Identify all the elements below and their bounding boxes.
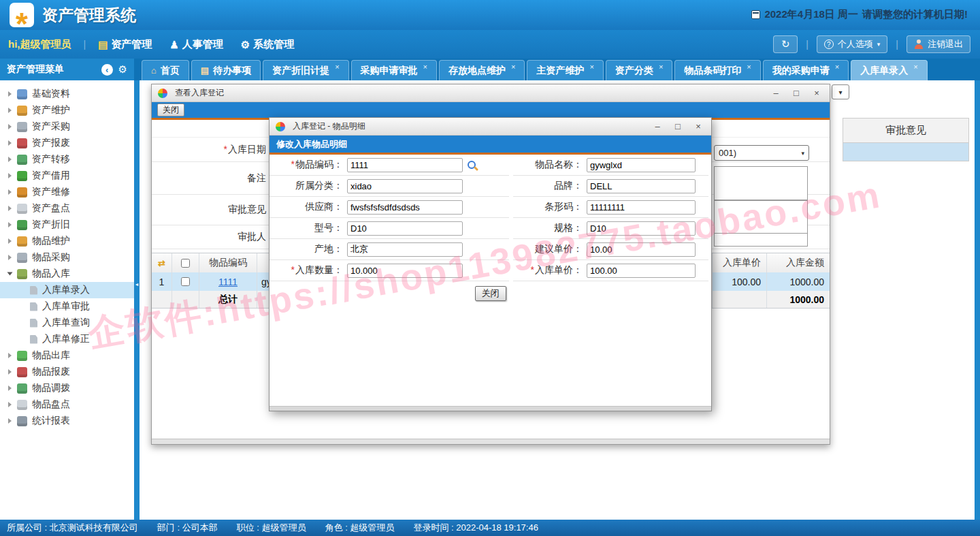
approval-textarea[interactable] bbox=[714, 200, 808, 234]
tab[interactable]: 入库单录入 × bbox=[851, 60, 927, 80]
sidebar-subitem[interactable]: 入库单修正 bbox=[0, 331, 134, 347]
search-icon[interactable] bbox=[468, 161, 476, 169]
field-input[interactable] bbox=[347, 179, 463, 193]
tab[interactable]: 采购申请审批 × bbox=[351, 60, 437, 80]
maximize-icon[interactable]: □ bbox=[791, 88, 801, 98]
approval-selected-row[interactable] bbox=[843, 143, 969, 161]
sort-refresh-icon[interactable]: ⇄ bbox=[158, 258, 165, 268]
field-input[interactable] bbox=[587, 242, 696, 257]
inbound-date-select[interactable]: 001) ▾ bbox=[714, 145, 809, 161]
tab-close-icon[interactable]: × bbox=[835, 63, 839, 71]
sidebar-item[interactable]: 资产维修 bbox=[0, 184, 134, 200]
expand-arrow-icon bbox=[8, 353, 12, 358]
field-input[interactable] bbox=[587, 200, 696, 215]
tab[interactable]: 资产分类 × bbox=[606, 60, 672, 80]
page-corner-select[interactable]: ▾ bbox=[832, 84, 849, 99]
field-input[interactable] bbox=[347, 221, 463, 236]
question-icon: ? bbox=[824, 40, 834, 49]
close-button[interactable]: 关闭 bbox=[157, 104, 184, 116]
field-input[interactable] bbox=[587, 158, 696, 172]
sidebar-item[interactable]: 资产盘点 bbox=[0, 200, 134, 217]
tab[interactable]: ▤ 待办事项 bbox=[191, 60, 261, 80]
tab[interactable]: 资产折旧计提 × bbox=[263, 60, 348, 80]
sidebar-item[interactable]: 资产报废 bbox=[0, 135, 134, 151]
sidebar-item[interactable]: 统计报表 bbox=[0, 413, 134, 429]
personal-options-button[interactable]: ? 个人选项 ▾ bbox=[817, 35, 888, 53]
chevron-down-icon: ▾ bbox=[877, 41, 881, 48]
window-controls: – □ × bbox=[771, 88, 821, 98]
close-icon[interactable]: × bbox=[693, 121, 703, 131]
sidebar-subitem[interactable]: 入库单录入 bbox=[0, 282, 134, 298]
logout-button[interactable]: 注销退出 bbox=[906, 35, 970, 53]
approver-input[interactable] bbox=[714, 233, 808, 247]
field-input[interactable] bbox=[587, 264, 696, 278]
sidebar-item[interactable]: 物品报废 bbox=[0, 364, 134, 380]
sidebar-item[interactable]: 物品调拨 bbox=[0, 380, 134, 396]
modal-titlebar[interactable]: 查看入库登记 – □ × bbox=[152, 84, 830, 102]
maximize-icon[interactable]: □ bbox=[673, 121, 683, 131]
sidebar-item[interactable]: 物品盘点 bbox=[0, 396, 134, 413]
sidebar-gear-icon[interactable]: ⚙ bbox=[118, 63, 127, 76]
sidebar-item-label: 物品维护 bbox=[32, 235, 70, 247]
remark-textarea[interactable] bbox=[714, 166, 808, 200]
expand-arrow-icon bbox=[8, 140, 12, 146]
field-label: 建议单价： bbox=[513, 243, 583, 255]
modal-titlebar[interactable]: 入库登记 - 物品明细 – □ × bbox=[270, 118, 711, 136]
select-all-checkbox[interactable] bbox=[181, 259, 190, 268]
sidebar-item[interactable]: 资产采购 bbox=[0, 119, 134, 135]
sidebar-item[interactable]: 物品维护 bbox=[0, 233, 134, 249]
nav-menu-item[interactable]: ♟ 人事管理 bbox=[169, 38, 223, 51]
close-button[interactable]: 关闭 bbox=[475, 286, 506, 301]
splitter-collapse-icon[interactable]: ◄ bbox=[134, 282, 140, 287]
chevron-down-icon: ▾ bbox=[801, 150, 804, 157]
sidebar-item[interactable]: 资产转移 bbox=[0, 151, 134, 168]
sidebar-item[interactable]: 资产维护 bbox=[0, 102, 134, 119]
field-input[interactable] bbox=[347, 264, 463, 278]
tab-close-icon[interactable]: × bbox=[423, 63, 427, 71]
nav-divider: | bbox=[896, 39, 898, 50]
tab-close-icon[interactable]: × bbox=[589, 63, 593, 71]
minimize-icon[interactable]: – bbox=[653, 121, 662, 131]
tab-close-icon[interactable]: × bbox=[747, 63, 751, 71]
detail-form-row: 所属分类： 品牌： bbox=[270, 176, 711, 197]
tab[interactable]: ⌂ 首页 bbox=[142, 60, 189, 80]
field-input[interactable] bbox=[347, 158, 463, 172]
sidebar-item[interactable]: 基础资料 bbox=[0, 86, 134, 102]
nav-menu-item[interactable]: ⚙ 系统管理 bbox=[241, 38, 294, 51]
field-input[interactable] bbox=[587, 221, 696, 236]
field-input[interactable] bbox=[347, 242, 463, 257]
refresh-button[interactable]: ↻ bbox=[773, 35, 798, 53]
row-checkbox[interactable] bbox=[181, 277, 190, 286]
modal-bottom-strip bbox=[270, 406, 711, 411]
sidebar-item[interactable]: 物品采购 bbox=[0, 249, 134, 266]
sidebar-subitem-label: 入库单修正 bbox=[42, 333, 90, 345]
field-input[interactable] bbox=[587, 179, 696, 193]
nav-menu-item[interactable]: ▤ 资产管理 bbox=[98, 38, 152, 51]
tab-close-icon[interactable]: × bbox=[335, 63, 339, 71]
sidebar-item[interactable]: 物品出库 bbox=[0, 347, 134, 364]
sidebar-subitem[interactable]: 入库单审批 bbox=[0, 298, 134, 315]
item-code-link[interactable]: 1111 bbox=[218, 277, 238, 287]
minimize-icon[interactable]: – bbox=[771, 88, 781, 98]
sidebar-subitem-label: 入库单查询 bbox=[42, 317, 90, 329]
field-label: *入库单价： bbox=[513, 264, 583, 277]
sidebar-item[interactable]: 资产借用 bbox=[0, 168, 134, 184]
field-input[interactable] bbox=[347, 200, 463, 215]
tab[interactable]: 存放地点维护 × bbox=[439, 60, 525, 80]
tab[interactable]: 物品条码打印 × bbox=[674, 60, 760, 80]
tab[interactable]: 我的采购申请 × bbox=[763, 60, 849, 80]
tab-icon: ▤ bbox=[201, 65, 209, 76]
close-icon[interactable]: × bbox=[812, 88, 821, 98]
nav-menu-label: 人事管理 bbox=[182, 38, 223, 51]
sidebar-collapse-icon[interactable]: ‹ bbox=[101, 64, 113, 76]
tab-close-icon[interactable]: × bbox=[913, 63, 917, 71]
tab-close-icon[interactable]: × bbox=[659, 63, 663, 71]
sidebar-item-icon bbox=[17, 400, 27, 410]
sidebar-subitem[interactable]: 入库单查询 bbox=[0, 315, 134, 331]
field-label: 物品名称： bbox=[513, 159, 583, 171]
sidebar-splitter[interactable]: ◄ bbox=[134, 80, 140, 520]
tab[interactable]: 主资产维护 × bbox=[527, 60, 603, 80]
sidebar-item[interactable]: 资产折旧 bbox=[0, 217, 134, 233]
tab-close-icon[interactable]: × bbox=[511, 63, 515, 71]
sidebar-item[interactable]: 物品入库 bbox=[0, 266, 134, 282]
